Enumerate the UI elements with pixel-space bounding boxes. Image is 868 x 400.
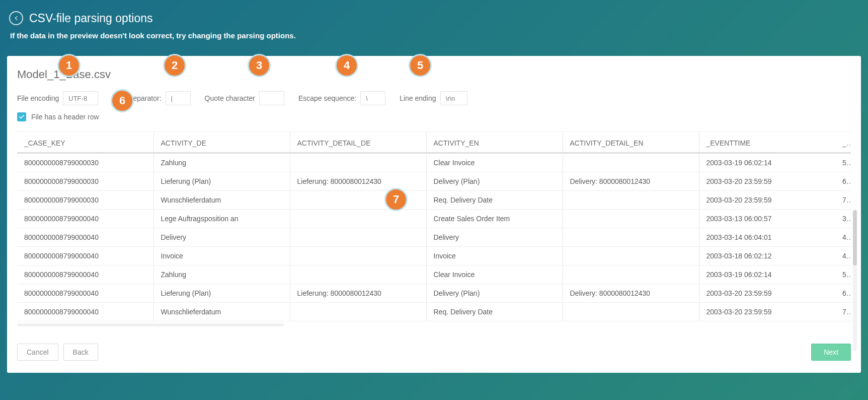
table-row: 8000000008799000030WunschlieferdatumReq.… [17,191,851,210]
next-button[interactable]: Next [811,344,851,361]
callout-1: 1 [57,54,81,77]
table-row: 8000000008799000040WunschlieferdatumReq.… [17,303,851,321]
table-cell: Delivery (Plan) [426,284,563,303]
table-cell: Lieferung (Plan) [153,172,290,191]
quote-label: Quote character [205,94,255,102]
table-row: 8000000008799000040DeliveryDelivery2003-… [17,228,851,247]
callout-2: 2 [163,54,186,77]
table-cell: Wunschlieferdatum [153,303,290,321]
callout-6: 6 [111,89,134,112]
escape-label: Escape sequence: [298,94,356,102]
vertical-scrollbar[interactable] [853,210,857,351]
table-cell [563,228,699,247]
table-cell [563,191,699,210]
table-cell: Wunschlieferdatum [153,191,290,210]
table-cell: Clear Invoice [426,153,563,172]
back-arrow-icon[interactable] [9,11,23,25]
table-cell: 3 [835,210,851,228]
table-row: 8000000008799000030Lieferung (Plan)Liefe… [17,172,851,191]
table-cell: 6 [835,284,851,303]
column-header[interactable]: ACTIVITY_DE [153,132,290,153]
table-cell [563,153,699,172]
table-cell: Clear Invoice [426,265,563,284]
lineend-input[interactable] [440,91,467,105]
column-header[interactable]: ACTIVITY_DETAIL_DE [290,132,426,153]
preview-table: _CASE_KEYACTIVITY_DEACTIVITY_DETAIL_DEAC… [17,132,851,321]
table-cell [563,265,699,284]
page-subtitle: If the data in the preview doesn't look … [9,31,859,40]
table-cell: 2003-03-14 06:04:01 [699,228,835,247]
table-cell: 2003-03-20 23:59:59 [699,284,835,303]
table-cell: Lieferung: 8000080012430 [290,284,426,303]
escape-input[interactable] [360,91,385,105]
column-header[interactable]: _S [835,132,851,153]
table-row: 8000000008799000030ZahlungClear Invoice2… [17,153,851,172]
lineend-label: Line ending [400,94,436,102]
column-header[interactable]: _CASE_KEY [17,132,153,153]
column-header[interactable]: ACTIVITY_EN [426,132,563,153]
table-cell: 8000000008799000040 [17,303,153,321]
file-name: Model_1_Base.csv [17,68,851,81]
table-cell: 2003-03-20 23:59:59 [699,172,835,191]
vertical-scrollbar-thumb[interactable] [853,210,857,265]
header-row-label: File has a header row [31,113,99,121]
table-cell: Delivery [426,228,563,247]
table-cell [563,303,699,321]
table-cell: Lieferung: 8000080012430 [290,172,426,191]
table-cell: Delivery (Plan) [426,172,563,191]
table-cell: Create Sales Order Item [426,210,563,228]
table-cell: 7 [835,303,851,321]
table-cell: 2003-03-13 06:00:57 [699,210,835,228]
table-cell: Delivery: 8000080012430 [563,284,699,303]
table-cell: 5 [835,265,851,284]
table-cell [290,303,426,321]
main-card: 1 2 3 4 5 6 7 Model_1_Base.csv File enco… [7,56,861,373]
table-cell: 4 [835,228,851,247]
table-cell: 2003-03-20 23:59:59 [699,191,835,210]
quote-input[interactable] [259,91,284,105]
table-cell: 2003-03-18 06:02:12 [699,247,835,265]
table-cell: Req. Delivery Date [426,191,563,210]
table-cell: 8000000008799000030 [17,172,153,191]
callout-7: 7 [384,188,408,211]
cancel-button[interactable]: Cancel [17,344,58,361]
header-row-checkbox[interactable] [17,112,26,121]
table-cell [290,210,426,228]
table-cell: 2003-03-19 06:02:14 [699,153,835,172]
table-cell: 8000000008799000040 [17,265,153,284]
back-button[interactable]: Back [63,344,98,361]
encoding-input[interactable] [63,91,98,105]
table-cell [290,228,426,247]
table-cell [563,210,699,228]
column-header[interactable]: _EVENTTIME [699,132,835,153]
table-cell: 5 [835,153,851,172]
table-row: 8000000008799000040Lege Auftragsposition… [17,210,851,228]
table-cell: Zahlung [153,265,290,284]
parsing-options-row: File encoding Field separator: Quote cha… [17,91,851,105]
horizontal-scrollbar[interactable] [17,323,284,326]
table-cell: 6 [835,172,851,191]
column-header[interactable]: ACTIVITY_DETAIL_EN [563,132,699,153]
table-cell: 8000000008799000040 [17,284,153,303]
callout-3: 3 [248,54,271,77]
table-cell: 2003-03-20 23:59:59 [699,303,835,321]
page-title: CSV-file parsing options [29,12,152,25]
preview-table-wrap[interactable]: _CASE_KEYACTIVITY_DEACTIVITY_DETAIL_DEAC… [17,131,851,328]
table-cell: Invoice [153,247,290,265]
table-cell [290,153,426,172]
encoding-label: File encoding [17,94,59,102]
table-row: 8000000008799000040Lieferung (Plan)Liefe… [17,284,851,303]
table-cell: 8000000008799000030 [17,153,153,172]
table-cell [290,247,426,265]
table-cell: Zahlung [153,153,290,172]
separator-input[interactable] [166,91,191,105]
table-cell: Lieferung (Plan) [153,284,290,303]
table-row: 8000000008799000040ZahlungClear Invoice2… [17,265,851,284]
table-cell: Delivery: 8000080012430 [563,172,699,191]
table-cell: 4 [835,247,851,265]
table-cell: 2003-03-19 06:02:14 [699,265,835,284]
table-cell: Req. Delivery Date [426,303,563,321]
table-cell: 8000000008799000040 [17,210,153,228]
table-cell: 7 [835,191,851,210]
table-cell: Lege Auftragsposition an [153,210,290,228]
